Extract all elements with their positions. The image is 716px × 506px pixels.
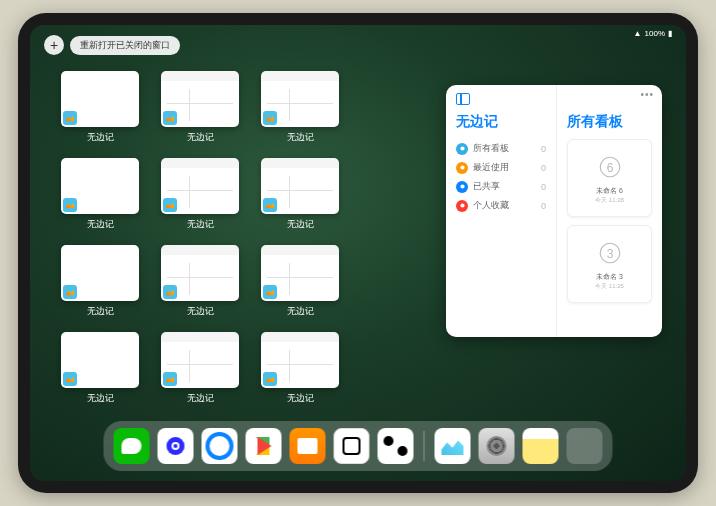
dock-app-connect[interactable] [378, 428, 414, 464]
thumbnail-label: 无边记 [187, 392, 214, 405]
wifi-icon: ▲ [634, 29, 642, 38]
dock-separator [424, 431, 425, 461]
svg-point-1 [460, 165, 464, 169]
thumbnail-label: 无边记 [287, 218, 314, 231]
thumbnail-preview [161, 332, 239, 388]
window-thumbnail[interactable]: 无边记 [60, 158, 140, 231]
top-bar: + 重新打开已关闭的窗口 [44, 35, 180, 55]
menu-icon [456, 181, 468, 193]
window-thumbnail[interactable]: 无边记 [260, 158, 340, 231]
window-thumbnail[interactable]: 无边记 [60, 332, 140, 405]
freeform-app-icon [263, 198, 277, 212]
dock-app-qq[interactable] [202, 428, 238, 464]
panel-menu: 所有看板0最近使用0已共享0个人收藏0 [456, 139, 546, 215]
window-thumbnail[interactable]: 无边记 [160, 71, 240, 144]
board-sketch-icon: 3 [595, 238, 625, 268]
menu-label: 个人收藏 [473, 199, 509, 212]
more-icon[interactable]: ••• [640, 89, 654, 100]
dock-app-multi[interactable] [567, 428, 603, 464]
thumbnail-preview [161, 158, 239, 214]
thumbnail-label: 无边记 [87, 392, 114, 405]
freeform-app-icon [263, 285, 277, 299]
dock-app-wechat[interactable] [114, 428, 150, 464]
freeform-app-icon [63, 198, 77, 212]
new-window-button[interactable]: + [44, 35, 64, 55]
window-thumbnail[interactable]: 无边记 [160, 245, 240, 318]
thumbnail-label: 无边记 [187, 305, 214, 318]
freeform-app-icon [163, 285, 177, 299]
dock-app-dice[interactable] [334, 428, 370, 464]
freeform-app-icon [63, 111, 77, 125]
thumbnail-preview [161, 71, 239, 127]
window-grid: 无边记无边记无边记无边记无边记无边记无边记无边记无边记无边记无边记无边记 [60, 71, 440, 405]
board-sublabel: 今天 11:28 [595, 196, 624, 205]
dock-app-play[interactable] [246, 428, 282, 464]
freeform-app-icon [263, 372, 277, 386]
thumbnail-preview [61, 158, 139, 214]
panel-right-title: 所有看板 [567, 113, 652, 131]
window-thumbnail[interactable]: 无边记 [160, 332, 240, 405]
menu-count: 0 [541, 201, 546, 211]
freeform-panel[interactable]: ••• 无边记 所有看板0最近使用0已共享0个人收藏0 所有看板 6未命名 6今… [446, 85, 662, 337]
panel-sidebar: 无边记 所有看板0最近使用0已共享0个人收藏0 [446, 85, 556, 337]
freeform-app-icon [163, 198, 177, 212]
svg-point-0 [460, 146, 464, 150]
window-thumbnail[interactable]: 无边记 [60, 71, 140, 144]
freeform-app-icon [63, 285, 77, 299]
dock-app-freeform[interactable] [435, 428, 471, 464]
menu-item[interactable]: 所有看板0 [456, 139, 546, 158]
dock-app-browser1[interactable] [158, 428, 194, 464]
menu-count: 0 [541, 144, 546, 154]
svg-text:6: 6 [606, 160, 613, 174]
thumbnail-preview [161, 245, 239, 301]
dock-app-notes[interactable] [523, 428, 559, 464]
dock-app-books[interactable] [290, 428, 326, 464]
freeform-app-icon [263, 111, 277, 125]
panel-title: 无边记 [456, 113, 546, 131]
battery-icon: ▮ [668, 29, 672, 38]
thumbnail-label: 无边记 [187, 218, 214, 231]
board-item[interactable]: 3未命名 3今天 11:25 [567, 225, 652, 303]
dock-app-settings[interactable] [479, 428, 515, 464]
menu-icon [456, 143, 468, 155]
window-thumbnail[interactable]: 无边记 [260, 245, 340, 318]
board-item[interactable]: 6未命名 6今天 11:28 [567, 139, 652, 217]
menu-item[interactable]: 最近使用0 [456, 158, 546, 177]
thumbnail-preview [61, 245, 139, 301]
boards-list: 6未命名 6今天 11:283未命名 3今天 11:25 [567, 139, 652, 311]
thumbnail-preview [261, 158, 339, 214]
thumbnail-label: 无边记 [287, 131, 314, 144]
battery-label: 100% [645, 29, 665, 38]
menu-label: 最近使用 [473, 161, 509, 174]
thumbnail-label: 无边记 [287, 305, 314, 318]
menu-item[interactable]: 个人收藏0 [456, 196, 546, 215]
thumbnail-label: 无边记 [87, 131, 114, 144]
svg-point-3 [460, 203, 464, 207]
thumbnail-preview [261, 332, 339, 388]
sidebar-toggle-icon[interactable] [456, 93, 470, 105]
ipad-frame: ▲ 100% ▮ + 重新打开已关闭的窗口 无边记无边记无边记无边记无边记无边记… [18, 13, 698, 493]
menu-label: 已共享 [473, 180, 500, 193]
window-thumbnail[interactable]: 无边记 [260, 332, 340, 405]
thumbnail-preview [261, 245, 339, 301]
freeform-app-icon [163, 111, 177, 125]
menu-icon [456, 200, 468, 212]
thumbnail-preview [261, 71, 339, 127]
window-thumbnail[interactable]: 无边记 [160, 158, 240, 231]
screen: ▲ 100% ▮ + 重新打开已关闭的窗口 无边记无边记无边记无边记无边记无边记… [30, 25, 686, 481]
window-thumbnail[interactable]: 无边记 [60, 245, 140, 318]
window-thumbnail[interactable]: 无边记 [260, 71, 340, 144]
board-sketch-icon: 6 [595, 152, 625, 182]
menu-icon [456, 162, 468, 174]
menu-count: 0 [541, 163, 546, 173]
menu-item[interactable]: 已共享0 [456, 177, 546, 196]
board-label: 未命名 3 [596, 272, 623, 282]
reopen-closed-window-button[interactable]: 重新打开已关闭的窗口 [70, 36, 180, 55]
thumbnail-preview [61, 71, 139, 127]
thumbnail-label: 无边记 [287, 392, 314, 405]
board-sublabel: 今天 11:25 [595, 282, 624, 291]
dock [104, 421, 613, 471]
freeform-app-icon [163, 372, 177, 386]
menu-label: 所有看板 [473, 142, 509, 155]
menu-count: 0 [541, 182, 546, 192]
